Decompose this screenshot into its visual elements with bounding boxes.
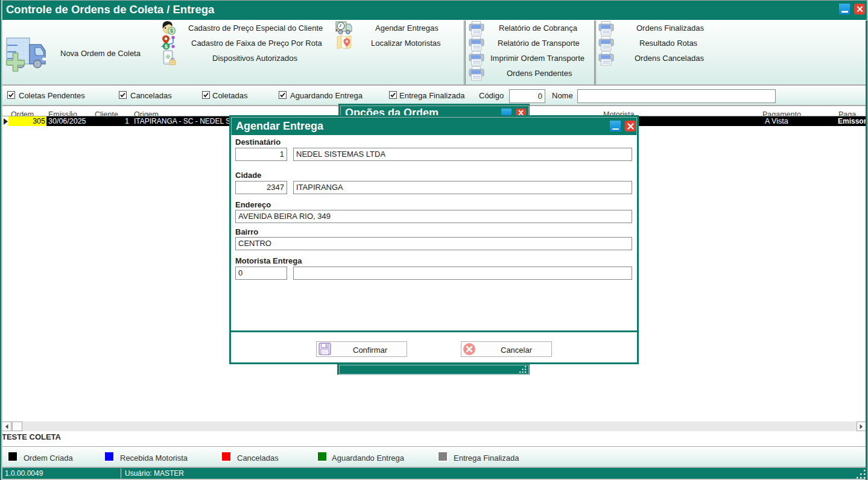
svg-text:$: $	[170, 28, 173, 34]
svg-text:$: $	[165, 43, 168, 49]
